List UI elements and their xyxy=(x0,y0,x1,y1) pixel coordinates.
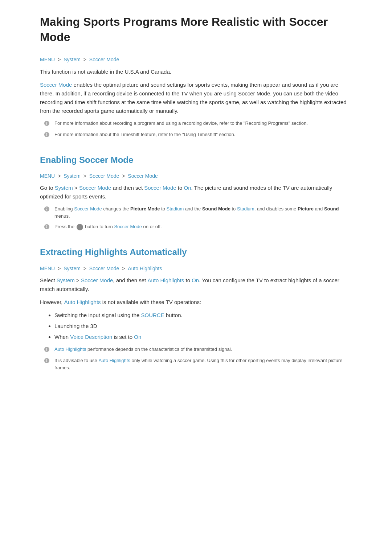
s2-on-link: On xyxy=(192,277,199,283)
bullet-item-2: Launching the 3D xyxy=(54,322,352,331)
s1-bc-soccer-mode2: Soccer Mode xyxy=(128,173,158,179)
section1-para: Go to System > Soccer Mode and then set … xyxy=(40,184,352,201)
s1-bc-system: System xyxy=(64,173,81,179)
s1-bc-sep3: > xyxy=(122,173,125,179)
s2-bc-sep1: > xyxy=(58,266,61,271)
s1-bc-soccer-mode: Soccer Mode xyxy=(89,173,119,179)
s2-note-icon-1 xyxy=(44,346,51,353)
s2-soccer-mode-link: Soccer Mode xyxy=(81,277,113,283)
s2-bc-sep3: > xyxy=(122,266,125,271)
gear-icon xyxy=(77,224,83,230)
bc-sep2: > xyxy=(83,57,86,62)
bc-sep1: > xyxy=(58,57,61,62)
section-enabling-soccer-mode: Enabling Soccer Mode MENU > System > Soc… xyxy=(40,153,352,231)
intro-note-text-1: For more information about recording a p… xyxy=(54,120,308,127)
s2-note-text-1: Auto Highlights performance depends on t… xyxy=(54,346,232,353)
section2-note-1: Auto Highlights performance depends on t… xyxy=(40,346,352,353)
intro-para: Soccer Mode enables the optimal picture … xyxy=(40,81,352,115)
s1-note-text-2: Press the button to turn Soccer Mode on … xyxy=(54,223,162,230)
s1-system-link: System xyxy=(55,185,73,191)
intro-breadcrumb: MENU > System > Soccer Mode xyxy=(40,56,352,63)
section1-note-1: Enabling Soccer Mode changes the Picture… xyxy=(40,205,352,219)
s2-system-link: System xyxy=(57,277,75,283)
s2-bc-system: System xyxy=(64,266,81,271)
bullet-item-3: When Voice Description is set to On xyxy=(54,333,352,341)
section2-para1: Select System > Soccer Mode, and then se… xyxy=(40,276,352,294)
section2-breadcrumb: MENU > System > Soccer Mode > Auto Highl… xyxy=(40,264,352,272)
s1-soccer-mode-set-link: Soccer Mode xyxy=(144,185,176,191)
bc-soccer-mode: Soccer Mode xyxy=(89,57,119,62)
bullet-item-1: Switching the input signal using the SOU… xyxy=(54,311,352,320)
intro-note-1: For more information about recording a p… xyxy=(40,120,352,127)
voice-desc-link: Voice Description xyxy=(70,334,112,340)
note-icon-2 xyxy=(44,131,51,139)
s1-note-icon-1 xyxy=(44,206,51,213)
section2-para2: However, Auto Highlights is not availabl… xyxy=(40,298,352,307)
s1-on-link: On xyxy=(184,185,191,191)
section2-bullet-list: Switching the input signal using the SOU… xyxy=(40,311,352,341)
s2-note-text-2: It is advisable to use Auto Highlights o… xyxy=(54,357,352,371)
source-link: SOURCE xyxy=(141,312,164,318)
page-title: Making Sports Programs More Realistic wi… xyxy=(40,15,352,45)
s1-bc-sep2: > xyxy=(83,173,86,179)
s2-bc-auto-highlights: Auto Highlights xyxy=(128,266,162,271)
intro-soccer-mode-link: Soccer Mode xyxy=(40,82,72,88)
section1-note-2: Press the button to turn Soccer Mode on … xyxy=(40,223,352,231)
bc-system: System xyxy=(64,57,81,62)
s1-bc-sep1: > xyxy=(58,173,61,179)
s2-note-icon-2 xyxy=(44,357,51,365)
s2-bc-soccer-mode: Soccer Mode xyxy=(89,266,119,271)
s2-bc-menu: MENU xyxy=(40,266,55,271)
s2-auto-highlights-link2: Auto Highlights xyxy=(64,299,101,305)
intro-note: This function is not available in the U.… xyxy=(40,67,352,76)
s2-bc-sep2: > xyxy=(83,266,86,271)
section1-breadcrumb: MENU > System > Soccer Mode > Soccer Mod… xyxy=(40,172,352,180)
note-icon-1 xyxy=(44,120,51,127)
s2-auto-highlights-link: Auto Highlights xyxy=(147,277,184,283)
s1-soccer-mode-link: Soccer Mode xyxy=(79,185,111,191)
section-extracting-highlights: Extracting Highlights Automatically MENU… xyxy=(40,245,352,371)
intro-note-2: For more information about the Timeshift… xyxy=(40,131,352,139)
page-container: Making Sports Programs More Realistic wi… xyxy=(18,0,374,404)
section2-title: Extracting Highlights Automatically xyxy=(40,245,352,259)
s1-note-text-1: Enabling Soccer Mode changes the Picture… xyxy=(54,205,352,219)
on-link-3: On xyxy=(134,334,141,340)
section1-title: Enabling Soccer Mode xyxy=(40,153,352,167)
intro-note-text-2: For more information about the Timeshift… xyxy=(54,131,235,138)
bc-menu: MENU xyxy=(40,57,55,62)
s1-bc-menu: MENU xyxy=(40,173,55,179)
s1-note-icon-2 xyxy=(44,223,51,231)
section2-note-2: It is advisable to use Auto Highlights o… xyxy=(40,357,352,371)
